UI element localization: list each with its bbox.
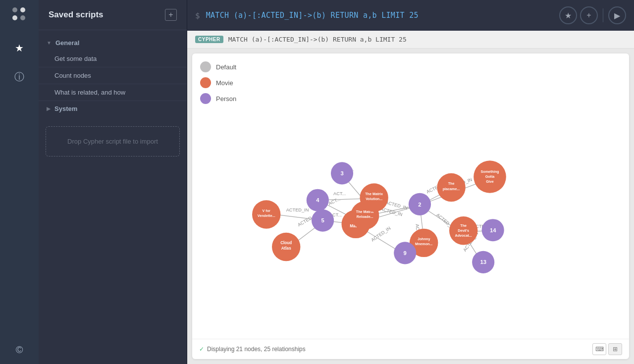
svg-text:Reloade...: Reloade... [357, 215, 373, 219]
cypher-query-input[interactable]: MATCH (a)-[:ACTED_IN]->(b) RETURN a,b LI… [206, 11, 553, 20]
view-buttons: ⌨ ⊞ [592, 343, 622, 355]
action-separator [603, 8, 603, 22]
drop-zone-text: Drop Cypher script file to import [67, 138, 158, 145]
cypher-badge: CYPHER [195, 36, 223, 43]
app-logo[interactable] [10, 5, 29, 24]
svg-text:The: The [460, 224, 467, 228]
sidebar-content: ▼ General Get some data Count nodes What… [39, 30, 187, 364]
nav-bar: ★ ⓘ © [0, 0, 39, 364]
svg-text:Volution...: Volution... [366, 197, 382, 201]
system-chevron-icon: ▶ [47, 106, 51, 111]
query-bar: CYPHER MATCH (a)-[:ACTED_IN]->(b) RETURN… [187, 31, 634, 49]
graph-status-bar: ✓ Displaying 21 nodes, 25 relationships … [192, 339, 629, 359]
svg-text:Gotta: Gotta [485, 175, 495, 179]
status-ok-indicator: ✓ Displaying 21 nodes, 25 relationships [199, 346, 306, 353]
legend-item-movie: Movie [200, 77, 236, 88]
table-view-button[interactable]: ⊞ [608, 343, 622, 355]
graph-area[interactable]: Default Movie Person ACTED_IN [192, 53, 629, 339]
main-content: $ MATCH (a)-[:ACTED_IN]->(b) RETURN a,b … [187, 0, 634, 364]
svg-text:ACT...: ACT... [328, 197, 341, 207]
svg-text:Cloud: Cloud [280, 241, 292, 245]
copyright-nav-icon[interactable]: © [10, 340, 29, 359]
graph-legend: Default Movie Person [200, 61, 236, 104]
svg-text:4: 4 [316, 197, 319, 203]
legend-dot-default [200, 61, 211, 72]
svg-text:Mnemon...: Mnemon... [415, 242, 432, 246]
svg-text:2: 2 [418, 202, 421, 208]
script-item-count-nodes[interactable]: Count nodes [39, 67, 187, 84]
graph-container: Default Movie Person ACTED_IN [192, 53, 629, 359]
svg-text:V for: V for [263, 209, 271, 213]
favorite-button[interactable]: ★ [559, 6, 577, 24]
svg-text:13: 13 [480, 259, 486, 265]
graph-view-button[interactable]: ⌨ [592, 343, 606, 355]
system-section-header[interactable]: ▶ System [39, 101, 187, 116]
sidebar: Saved scripts + ▼ General Get some data … [39, 0, 187, 364]
svg-text:Atlas: Atlas [281, 246, 291, 251]
legend-label-default: Default [216, 63, 236, 71]
svg-text:5: 5 [321, 217, 324, 223]
legend-item-person: Person [200, 93, 236, 104]
favorites-nav-icon[interactable]: ★ [10, 39, 29, 57]
svg-text:The: The [448, 182, 455, 186]
dollar-sign: $ [195, 11, 200, 20]
svg-text:3: 3 [340, 170, 343, 176]
status-text: Displaying 21 nodes, 25 relationships [207, 346, 306, 353]
run-button[interactable]: ▶ [608, 6, 626, 24]
general-section-header[interactable]: ▼ General [39, 35, 187, 51]
svg-text:placame...: placame... [443, 187, 460, 191]
legend-label-person: Person [216, 95, 236, 103]
sidebar-header: Saved scripts + [39, 0, 187, 30]
legend-label-movie: Movie [216, 79, 233, 87]
general-section-label: General [55, 39, 79, 47]
svg-text:14: 14 [490, 227, 496, 233]
top-bar: $ MATCH (a)-[:ACTED_IN]->(b) RETURN a,b … [187, 0, 634, 31]
script-item-get-some-data[interactable]: Get some data [39, 51, 187, 67]
general-chevron-icon: ▼ [47, 40, 52, 46]
graph-svg: ACTED_IN ACTED_IN ACT... ACT... ACTE... … [192, 53, 629, 339]
legend-item-default: Default [200, 61, 236, 72]
svg-text:Something: Something [480, 170, 499, 174]
svg-text:9: 9 [404, 250, 407, 256]
svg-text:Advocat...: Advocat... [455, 234, 472, 238]
sidebar-title: Saved scripts [49, 10, 104, 20]
svg-text:The Matrix: The Matrix [365, 192, 383, 196]
legend-dot-movie [200, 77, 211, 88]
top-bar-actions: ★ + ▶ [559, 6, 626, 24]
svg-text:Devil's: Devil's [458, 229, 469, 233]
info-nav-icon[interactable]: ⓘ [10, 67, 29, 86]
svg-text:Johnny: Johnny [418, 237, 430, 241]
system-section-label: System [54, 105, 77, 112]
svg-text:ACT...: ACT... [333, 191, 346, 196]
svg-text:Give: Give [486, 180, 494, 184]
add-button[interactable]: + [580, 6, 598, 24]
legend-dot-person [200, 93, 211, 104]
script-item-what-is-related[interactable]: What is related, and how [39, 84, 187, 101]
svg-text:Vendette...: Vendette... [258, 214, 275, 218]
drop-zone[interactable]: Drop Cypher script file to import [46, 126, 180, 156]
svg-text:ACTED_IN: ACTED_IN [286, 208, 309, 212]
query-display-text: MATCH (a)-[:ACTED_IN]->(b) RETURN a,b LI… [228, 36, 407, 43]
check-icon: ✓ [199, 346, 204, 353]
add-script-button[interactable]: + [165, 9, 177, 21]
